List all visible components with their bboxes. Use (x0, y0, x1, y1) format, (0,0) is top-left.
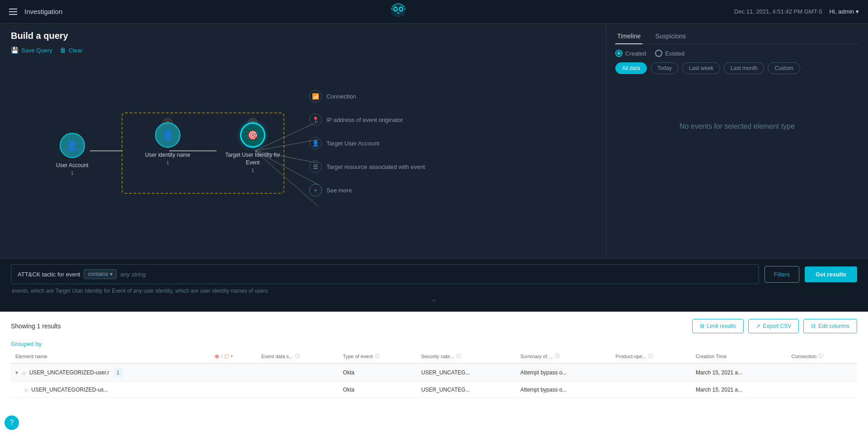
limit-icon: ⊞ (700, 323, 704, 329)
connection-item-3[interactable]: ☰ Target resource associated with event (309, 160, 425, 173)
save-query-button[interactable]: 💾 Save Query (11, 47, 52, 54)
query-bar: ATT&CK tactic for event contains ▾ any s… (0, 258, 868, 312)
connection-item-2[interactable]: 👤 Target User Account (309, 137, 425, 149)
row-name-cell: ▾ ◇ USER_UNCATEGORIZED-user.r 1 (11, 364, 210, 382)
radio-existed-dot (655, 50, 662, 57)
pill-today[interactable]: Today (651, 62, 679, 74)
connections-panel: 📶 Connection 📍 IP address of event origi… (309, 90, 425, 196)
expand-icon[interactable]: ▾ (15, 369, 18, 376)
get-results-button[interactable]: Get results (805, 266, 857, 282)
row-severity (210, 364, 257, 382)
svg-point-4 (400, 8, 402, 10)
col-severity: ⊗ / ⬡ ▾ (210, 349, 257, 364)
user-account-circle: 👤 (60, 133, 85, 158)
sev-red-icon: ⊗ (215, 353, 219, 360)
connection-item-1[interactable]: 📍 IP address of event originator (309, 113, 425, 126)
pill-all-data[interactable]: All data (615, 62, 647, 74)
canvas-svg (11, 63, 595, 234)
results-header: Showing 1 results ⊞ Limit results ↗ Expo… (11, 319, 857, 333)
limit-results-button[interactable]: ⊞ Limit results (692, 319, 744, 333)
user-account-node[interactable]: 👤 User Account 1 (56, 133, 88, 177)
table-header: Element name ⊗ / ⬡ ▾ Event data s... ⓘ (11, 349, 857, 364)
info-icon-5: ⓘ (648, 353, 653, 360)
pill-last-week[interactable]: Last week (682, 62, 720, 74)
user-icon: 👤 (66, 140, 78, 151)
drag-handle[interactable]: ═ (11, 294, 857, 306)
user-identity-label: User identity name 1 (145, 151, 190, 167)
results-section: Showing 1 results ⊞ Limit results ↗ Expo… (0, 312, 868, 439)
edit-columns-button[interactable]: ⊟ Edit columns (803, 319, 857, 333)
right-panel: Timeline Suspicions Created Existed All … (606, 23, 868, 258)
tab-suspicions[interactable]: Suspicions (653, 29, 688, 44)
info-icon-2: ⓘ (375, 353, 380, 360)
results-actions: ⊞ Limit results ↗ Export CSV ⊟ Edit colu… (692, 319, 857, 333)
radio-created-dot (615, 50, 623, 57)
col-event-data: Event data s... ⓘ (257, 349, 339, 364)
row-event-data (257, 364, 339, 382)
connection-item-0[interactable]: 📶 Connection (309, 90, 425, 103)
node-group: ▽ 👤 User identity name 1 ▽ 🎯 (122, 112, 284, 194)
query-canvas: 👤 User Account 1 ▽ 👤 User identity name … (11, 63, 595, 234)
query-tag: ATT&CK tactic for event (18, 271, 80, 278)
user-account-label: User Account 1 (56, 162, 88, 177)
sub-row-security-cat: USER_UNCATEG... (417, 382, 516, 398)
user-target-icon: 👤 (309, 137, 322, 149)
col-product-spe: Product-spe... ⓘ (611, 349, 691, 364)
radio-group: Created Existed (615, 50, 859, 57)
target-user-label: Target User Identity for Event 1 (222, 151, 283, 174)
columns-icon: ⊟ (811, 323, 816, 329)
tab-timeline[interactable]: Timeline (615, 29, 642, 44)
datetime: Dec 11, 2021, 4:51:42 PM GMT-5 (734, 8, 822, 15)
sub-row-connection (787, 382, 857, 398)
col-connection: Connection ⓘ (787, 349, 857, 364)
no-events-message: No events for selected element type (615, 81, 859, 172)
plus-icon: + (309, 184, 322, 196)
info-icon-1: ⓘ (295, 353, 300, 360)
row-count-badge: 1 (113, 368, 123, 377)
row-name: USER_UNCATEGORIZED-user.r (29, 369, 109, 376)
trash-icon: 🗑 (60, 47, 66, 54)
hamburger-menu[interactable] (9, 9, 17, 15)
nav-logo (389, 2, 407, 21)
nav-right: Dec 11, 2021, 4:51:42 PM GMT-5 Hi, admin… (734, 8, 859, 15)
table-body: ▾ ◇ USER_UNCATEGORIZED-user.r 1 Okta USE… (11, 364, 857, 398)
col-creation-time: Creation Time (691, 349, 787, 364)
pin-icon: 📍 (309, 113, 322, 126)
sub-row-name: USER_UNCATEGORIZED-us... (31, 387, 108, 393)
col-element-name: Element name (11, 349, 210, 364)
tabs-header: Timeline Suspicions (615, 29, 859, 44)
sort-icon[interactable]: ▾ (231, 354, 233, 359)
table-row: ◇ USER_UNCATEGORIZED-us... Okta USER_UNC… (11, 382, 857, 398)
results-count: Showing 1 results (11, 322, 61, 330)
pill-custom[interactable]: Custom (768, 62, 800, 74)
top-navigation: Investigation Dec 11, 2021, 4:51:42 PM G… (0, 0, 868, 23)
user-identity-node[interactable]: ▽ 👤 User identity name 1 (145, 122, 190, 167)
filters-button[interactable]: Filters (764, 266, 799, 283)
floating-action-button[interactable]: ? (5, 416, 19, 430)
nav-left: Investigation (9, 8, 62, 15)
export-csv-button[interactable]: ↗ Export CSV (748, 319, 799, 333)
target-icon: 🎯 (247, 130, 259, 140)
pill-last-month[interactable]: Last month (724, 62, 764, 74)
sub-row-creation-time: March 15, 2021 a... (691, 382, 787, 398)
user-icon-2: 👤 (162, 130, 174, 140)
info-icon-4: ⓘ (555, 353, 560, 360)
diamond-icon: ◇ (22, 370, 26, 375)
export-icon: ↗ (756, 323, 760, 329)
target-user-node[interactable]: ▽ 🎯 Target User Identity for Event 1 (222, 122, 283, 174)
sub-row-name-cell: ◇ USER_UNCATEGORIZED-us... (11, 382, 210, 398)
row-connection (787, 364, 857, 382)
query-input-box: ATT&CK tactic for event contains ▾ any s… (11, 264, 759, 284)
user-menu[interactable]: Hi, admin ▾ (829, 8, 859, 15)
query-value[interactable]: any string (120, 271, 146, 278)
nav-title: Investigation (24, 8, 62, 15)
sev-orange-icon: ⬡ (224, 353, 229, 360)
query-operator[interactable]: contains ▾ (84, 269, 117, 279)
radio-created[interactable]: Created (615, 50, 646, 57)
target-user-circle: 🎯 (240, 122, 265, 148)
radio-existed[interactable]: Existed (655, 50, 684, 57)
clear-button[interactable]: 🗑 Clear (60, 47, 83, 54)
row-product-spe (611, 364, 691, 382)
connection-item-4[interactable]: + See more (309, 184, 425, 196)
sub-row-severity (210, 382, 257, 398)
